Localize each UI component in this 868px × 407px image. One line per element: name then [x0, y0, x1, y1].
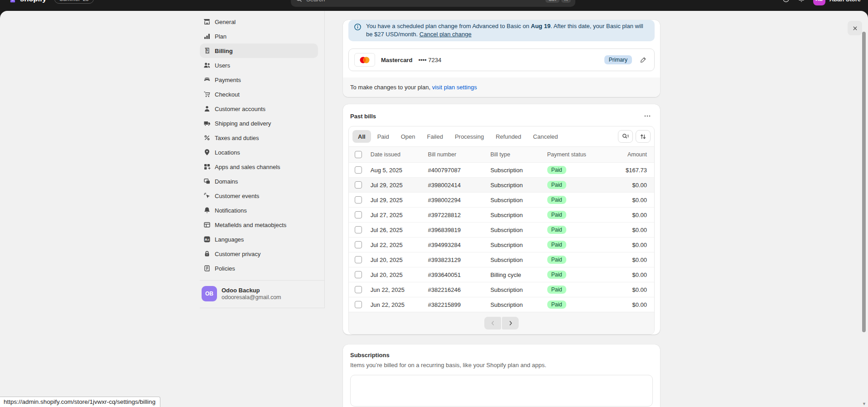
previous-page-button[interactable] — [484, 317, 501, 329]
sort-button[interactable] — [636, 130, 651, 143]
bill-row[interactable]: Jun 22, 2025 #382215899 Subscription Pai… — [349, 297, 654, 312]
column-header-payment-status[interactable]: Payment status — [544, 147, 622, 163]
bill-amount: $0.00 — [622, 237, 654, 252]
bill-number: #393823129 — [424, 252, 487, 267]
bill-row[interactable]: Jul 29, 2025 #398002414 Subscription Pai… — [349, 178, 654, 193]
sidebar-item-label: Domains — [215, 178, 238, 185]
subscriptions-card: Subscriptions Items you’re billed for on… — [343, 344, 660, 407]
scrollbar-down-arrow[interactable]: ▼ — [862, 402, 866, 406]
payment-status-badge: Paid — [547, 211, 566, 219]
sidebar-item-label: Policies — [215, 265, 235, 272]
filter-tab[interactable]: Paid — [372, 130, 395, 143]
row-checkbox[interactable] — [355, 211, 362, 218]
past-bills-table: Date issued Bill number Bill type Paymen… — [349, 146, 654, 312]
column-header-bill-type[interactable]: Bill type — [487, 147, 543, 163]
filter-tab[interactable]: Processing — [449, 130, 489, 143]
table-header-row: Date issued Bill number Bill type Paymen… — [349, 147, 654, 163]
sidebar-item-general[interactable]: General — [200, 15, 318, 29]
sidebar-item-domains[interactable]: Domains — [200, 174, 318, 189]
bill-row[interactable]: Aug 5, 2025 #400797087 Subscription Paid… — [349, 163, 654, 178]
filter-tab[interactable]: All — [352, 130, 371, 143]
users-icon — [203, 62, 211, 69]
select-all-checkbox[interactable] — [355, 151, 362, 158]
sidebar-item-label: Billing — [215, 48, 233, 54]
bill-type: Subscription — [487, 178, 543, 193]
edit-payment-button[interactable] — [638, 54, 649, 65]
column-header-date[interactable]: Date issued — [367, 147, 424, 163]
sidebar-item-plan[interactable]: Plan — [200, 29, 318, 44]
bill-row[interactable]: Jul 26, 2025 #396839819 Subscription Pai… — [349, 223, 654, 237]
bill-row[interactable]: Jun 22, 2025 #382216246 Subscription Pai… — [349, 282, 654, 297]
past-bills-menu-button[interactable] — [642, 111, 653, 121]
column-header-amount[interactable]: Amount — [622, 147, 654, 163]
bill-row[interactable]: Jul 29, 2025 #398002294 Subscription Pai… — [349, 193, 654, 208]
sidebar-item-billing[interactable]: $ Billing — [200, 44, 318, 58]
notifications-bell-icon[interactable] — [798, 0, 805, 3]
sidebar-item-users[interactable]: Users — [200, 58, 318, 73]
bill-amount: $0.00 — [622, 208, 654, 223]
sidebar-item-taxes[interactable]: Taxes and duties — [200, 131, 318, 145]
row-checkbox[interactable] — [355, 166, 362, 174]
visit-plan-settings-link[interactable]: visit plan settings — [432, 84, 477, 91]
sidebar-account-button[interactable]: OB Odoo Backup odooresala@gmail.com — [200, 280, 324, 308]
filter-tab[interactable]: Canceled — [528, 130, 564, 143]
search-placeholder: Search — [306, 0, 325, 3]
subscriptions-title: Subscriptions — [350, 352, 653, 359]
row-checkbox[interactable] — [355, 301, 362, 308]
account-name: Odoo Backup — [222, 287, 281, 294]
primary-badge: Primary — [604, 55, 632, 64]
bill-row[interactable]: Jul 22, 2025 #394993284 Subscription Pai… — [349, 237, 654, 252]
sidebar-item-customer-privacy[interactable]: Customer privacy — [200, 247, 318, 261]
sidebar-item-customer-accounts[interactable]: Customer accounts — [200, 102, 318, 116]
filter-tab[interactable]: Refunded — [490, 130, 526, 143]
shopify-logo[interactable]: S shopify Summer ’25 — [9, 0, 94, 4]
sidebar-item-notifications[interactable]: Notifications — [200, 203, 318, 218]
scrollbar-thumb[interactable] — [862, 32, 866, 332]
row-checkbox[interactable] — [355, 196, 362, 204]
plan-change-banner: You have a scheduled plan change from Ad… — [348, 20, 655, 41]
bill-row[interactable]: Jul 27, 2025 #397228812 Subscription Pai… — [349, 208, 654, 223]
next-page-button[interactable] — [502, 317, 519, 329]
sidebar-item-customer-events[interactable]: Customer events — [200, 189, 318, 203]
row-checkbox[interactable] — [355, 241, 362, 248]
sidebar-item-apps[interactable]: Apps and sales channels — [200, 160, 318, 174]
past-bills-title: Past bills — [350, 113, 376, 120]
filter-tab[interactable]: Open — [395, 130, 421, 143]
row-checkbox[interactable] — [355, 181, 362, 189]
help-icon[interactable]: ? — [782, 0, 790, 3]
bill-row[interactable]: Jul 20, 2025 #393823129 Subscription Pai… — [349, 252, 654, 267]
search-filter-button[interactable] — [618, 130, 633, 143]
sidebar-item-metafields[interactable]: Metafields and metaobjects — [200, 218, 318, 232]
row-checkbox[interactable] — [355, 271, 362, 278]
svg-text:A: A — [205, 237, 207, 242]
bill-date: Jul 20, 2025 — [367, 267, 424, 282]
sidebar-item-checkout[interactable]: Checkout — [200, 87, 318, 102]
sidebar-item-payments[interactable]: Payments — [200, 73, 318, 87]
column-header-bill-number[interactable]: Bill number — [424, 147, 487, 163]
global-search-input[interactable]: Search Ctrl K — [291, 0, 575, 7]
sidebar-item-label: Metafields and metaobjects — [215, 222, 286, 228]
payments-icon — [203, 76, 211, 83]
bill-number: #397228812 — [424, 208, 487, 223]
sidebar-item-locations[interactable]: Locations — [200, 145, 318, 160]
bill-amount: $167.73 — [622, 163, 654, 178]
sidebar-item-shipping[interactable]: Shipping and delivery — [200, 116, 318, 131]
bill-date: Jul 29, 2025 — [367, 193, 424, 208]
metafields-icon — [203, 221, 211, 228]
row-checkbox[interactable] — [355, 256, 362, 263]
version-badge: Summer ’25 — [54, 0, 94, 4]
filter-tab[interactable]: Failed — [421, 130, 448, 143]
truck-icon — [203, 120, 211, 127]
row-checkbox[interactable] — [355, 226, 362, 233]
sidebar-item-languages[interactable]: Aa Languages — [200, 232, 318, 247]
cursor-click-icon — [203, 192, 211, 199]
bill-number: #382216246 — [424, 282, 487, 297]
sidebar-item-policies[interactable]: Policies — [200, 261, 318, 276]
close-settings-button[interactable] — [848, 21, 862, 35]
row-checkbox[interactable] — [355, 286, 362, 293]
bill-row[interactable]: Jul 20, 2025 #393640051 Billing cycle Pa… — [349, 267, 654, 282]
cancel-plan-change-link[interactable]: Cancel plan change — [420, 31, 472, 38]
browser-link-preview: https://admin.shopify.com/store/1jvwxr-c… — [0, 397, 160, 407]
store-menu-button[interactable]: AB Aban Store — [813, 0, 861, 5]
bill-date: Jun 22, 2025 — [367, 297, 424, 312]
